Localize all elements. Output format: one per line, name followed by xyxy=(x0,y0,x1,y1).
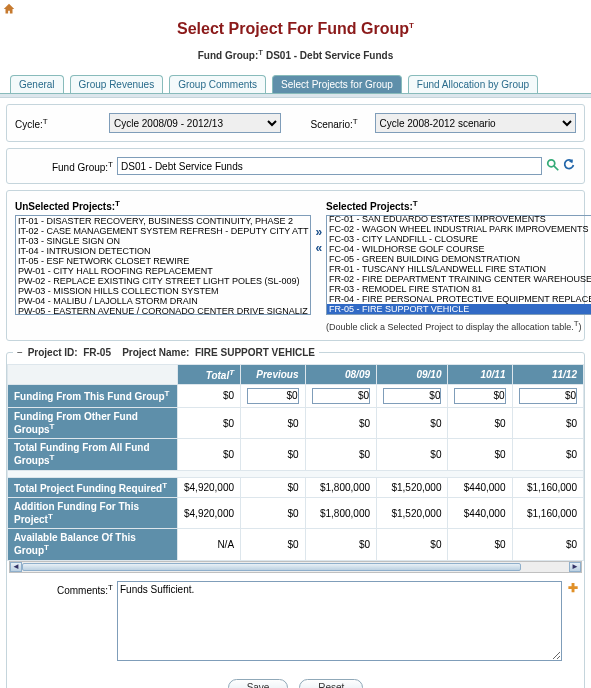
col-header: 08/09 xyxy=(305,364,376,384)
cell: $0 xyxy=(178,439,241,470)
scroll-right-icon[interactable]: ► xyxy=(569,562,581,572)
row-header: Total Funding From All Fund GroupsT xyxy=(8,439,178,470)
table-row: Total Funding From All Fund GroupsT$0$0$… xyxy=(8,439,584,470)
scenario-label: Scenario:T xyxy=(311,117,371,130)
comments-label: Comments:T xyxy=(13,581,113,596)
page-title: Select Project For Fund GroupT xyxy=(0,20,591,38)
cell[interactable] xyxy=(305,384,376,407)
cell: $1,520,000 xyxy=(377,497,448,528)
list-item[interactable]: FR-04 - FIRE PERSONAL PROTECTIVE EQUIPME… xyxy=(327,294,591,304)
table-row: Total Project Funding RequiredT$4,920,00… xyxy=(8,477,584,497)
list-item[interactable]: IT-01 - DISASTER RECOVERY, BUSINESS CONT… xyxy=(16,216,310,226)
cell: $1,800,000 xyxy=(305,497,376,528)
scroll-thumb[interactable] xyxy=(22,563,521,571)
tab-fund-allocation[interactable]: Fund Allocation by Group xyxy=(408,75,538,93)
double-click-note: (Double click a Selected Project to disp… xyxy=(326,319,591,332)
cell: $0 xyxy=(305,439,376,470)
funding-input[interactable] xyxy=(312,388,370,404)
cell: $1,160,000 xyxy=(512,497,584,528)
comments-textarea[interactable]: Funds Sufficient. xyxy=(117,581,562,661)
list-item[interactable]: FR-05 - FIRE SUPPORT VEHICLE xyxy=(327,304,591,314)
list-item[interactable]: PW-05 - EASTERN AVENUE / CORONADO CENTER… xyxy=(16,306,310,315)
cell: $0 xyxy=(512,407,584,438)
list-item[interactable]: FC-03 - CITY LANDFILL - CLOSURE xyxy=(327,234,591,244)
project-fieldset: − Project ID: FR-05 Project Name: FIRE S… xyxy=(6,347,585,688)
shuttle-panel: UnSelected Projects:T IT-01 - DISASTER R… xyxy=(6,190,585,340)
search-icon[interactable] xyxy=(546,158,560,174)
table-row: Addition Funding For This ProjectT$4,920… xyxy=(8,497,584,528)
list-item[interactable]: FR-01 - TUSCANY HILLS/LANDWELL FIRE STAT… xyxy=(327,264,591,274)
cell: $0 xyxy=(241,439,305,470)
col-header: TotalT xyxy=(178,364,241,384)
funding-input[interactable] xyxy=(519,388,578,404)
unselected-listbox[interactable]: IT-01 - DISASTER RECOVERY, BUSINESS CONT… xyxy=(15,215,311,315)
cycle-label: Cycle:T xyxy=(15,117,105,130)
list-item[interactable]: FC-05 - GREEN BUILDING DEMONSTRATION xyxy=(327,254,591,264)
cell[interactable] xyxy=(241,384,305,407)
cell: $0 xyxy=(241,497,305,528)
fund-group-input[interactable] xyxy=(117,157,542,175)
col-header: 10/11 xyxy=(448,364,512,384)
cell: $0 xyxy=(241,477,305,497)
cell: $0 xyxy=(448,529,512,560)
list-item[interactable]: IT-04 - INTRUSION DETECTION xyxy=(16,246,310,256)
list-item[interactable]: IT-03 - SINGLE SIGN ON xyxy=(16,236,310,246)
fund-group-field-label: Fund Group:T xyxy=(15,160,113,173)
move-right-icon[interactable]: » xyxy=(315,225,322,239)
cell: $4,920,000 xyxy=(178,497,241,528)
scenario-select[interactable]: Cycle 2008-2012 scenario xyxy=(375,113,577,133)
tab-general[interactable]: General xyxy=(10,75,64,93)
cell: $440,000 xyxy=(448,477,512,497)
collapse-icon[interactable]: − xyxy=(17,347,23,358)
funding-input[interactable] xyxy=(383,388,441,404)
unselected-label: UnSelected Projects:T xyxy=(15,199,311,212)
cell: $0 xyxy=(512,529,584,560)
list-item[interactable]: IT-05 - ESF NETWORK CLOSET REWIRE xyxy=(16,256,310,266)
list-item[interactable]: FR-02 - FIRE DEPARTMENT TRAINING CENTER … xyxy=(327,274,591,284)
row-header: Available Balance Of This GroupT xyxy=(8,529,178,560)
scroll-left-icon[interactable]: ◄ xyxy=(10,562,22,572)
cell[interactable] xyxy=(448,384,512,407)
cycle-scenario-panel: Cycle:T Cycle 2008/09 - 2012/13 Scenario… xyxy=(6,104,585,142)
funding-input[interactable] xyxy=(247,388,298,404)
selected-listbox[interactable]: FC-01 - SAN EDUARDO ESTATES IMPROVEMENTS… xyxy=(326,215,591,315)
cell: $0 xyxy=(512,439,584,470)
list-item[interactable]: PW-03 - MISSION HILLS COLLECTION SYSTEM xyxy=(16,286,310,296)
move-left-icon[interactable]: « xyxy=(315,241,322,255)
cell: $0 xyxy=(377,407,448,438)
tab-group-revenues[interactable]: Group Revenues xyxy=(70,75,164,93)
cell[interactable] xyxy=(377,384,448,407)
list-item[interactable]: PW-01 - CITY HALL ROOFING REPLACEMENT xyxy=(16,266,310,276)
list-item[interactable]: FC-02 - WAGON WHEEL INDUSTRIAL PARK IMPR… xyxy=(327,224,591,234)
table-row: Available Balance Of This GroupTN/A$0$0$… xyxy=(8,529,584,560)
reset-button[interactable]: Reset xyxy=(299,679,363,688)
refresh-icon[interactable] xyxy=(562,158,576,174)
list-item[interactable]: FC-04 - WILDHORSE GOLF COURSE xyxy=(327,244,591,254)
add-comment-icon[interactable]: ✚ xyxy=(568,581,578,595)
selected-label: Selected Projects:T xyxy=(326,199,591,212)
tab-select-projects[interactable]: Select Projects for Group xyxy=(272,75,402,93)
cell: $0 xyxy=(241,529,305,560)
tab-group-comments[interactable]: Group Comments xyxy=(169,75,266,93)
list-item[interactable]: PW-04 - MALIBU / LAJOLLA STORM DRAIN xyxy=(16,296,310,306)
cell: $0 xyxy=(377,439,448,470)
list-item[interactable]: PW-02 - REPLACE EXISTING CITY STREET LIG… xyxy=(16,276,310,286)
cell: $1,800,000 xyxy=(305,477,376,497)
row-header: Total Project Funding RequiredT xyxy=(8,477,178,497)
cycle-select[interactable]: Cycle 2008/09 - 2012/13 xyxy=(109,113,281,133)
list-item[interactable]: FR-03 - REMODEL FIRE STATION 81 xyxy=(327,284,591,294)
list-item[interactable]: FC-01 - SAN EDUARDO ESTATES IMPROVEMENTS xyxy=(327,215,591,224)
home-icon[interactable] xyxy=(2,2,16,16)
table-hscrollbar[interactable]: ◄ ► xyxy=(9,561,582,573)
cell: N/A xyxy=(178,529,241,560)
col-header: Previous xyxy=(241,364,305,384)
cell[interactable] xyxy=(512,384,584,407)
cell: $0 xyxy=(305,407,376,438)
cell: $0 xyxy=(178,384,241,407)
funding-input[interactable] xyxy=(454,388,505,404)
save-button[interactable]: Save xyxy=(228,679,289,688)
cell: $1,520,000 xyxy=(377,477,448,497)
table-row: Funding From Other Fund GroupsT$0$0$0$0$… xyxy=(8,407,584,438)
row-header: Funding From This Fund GroupT xyxy=(8,384,178,407)
list-item[interactable]: IT-02 - CASE MANAGEMENT SYSTEM REFRESH -… xyxy=(16,226,310,236)
